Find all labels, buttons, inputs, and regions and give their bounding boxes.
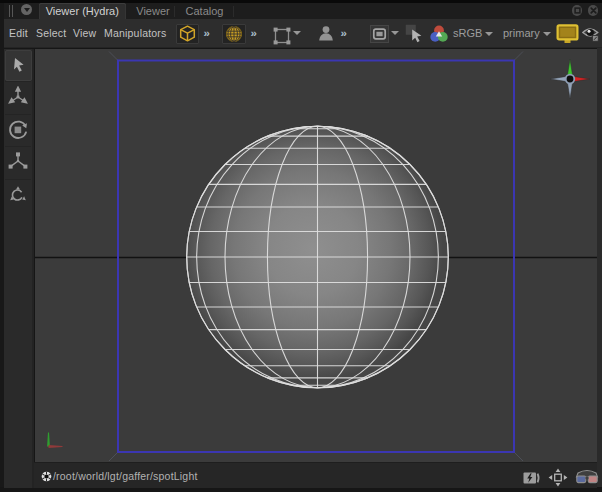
scale-manipulator-icon <box>7 151 29 173</box>
tab-label: Viewer <box>136 5 169 17</box>
expand-chevron[interactable]: » <box>341 28 347 40</box>
pointer-mode-button[interactable] <box>405 24 424 47</box>
cube-icon <box>179 25 196 42</box>
look-through-button[interactable] <box>318 25 334 46</box>
tab-label: Catalog <box>186 5 224 17</box>
pan-arrows-icon[interactable] <box>548 468 568 487</box>
monitor-button[interactable] <box>556 24 579 48</box>
menu-edit[interactable]: Edit <box>9 19 28 47</box>
tab-bar: Viewer (Hydra) Viewer Catalog <box>4 3 602 19</box>
tool-scale-button[interactable] <box>4 147 32 178</box>
status-bar: /root/world/lgt/gaffer/spotLight <box>34 462 597 488</box>
chevron-down-icon[interactable] <box>391 31 399 35</box>
visibility-button[interactable] <box>582 26 599 46</box>
globe-icon <box>225 25 243 43</box>
tab-separator <box>233 6 234 17</box>
flash-camera-icon[interactable] <box>523 472 541 484</box>
cursor-box-icon <box>405 24 424 43</box>
tab-separator <box>174 6 175 17</box>
tab-catalog[interactable]: Catalog <box>177 3 232 19</box>
tab-viewer[interactable]: Viewer <box>130 3 176 19</box>
colorspace-value[interactable]: sRGB <box>453 19 482 48</box>
output-value[interactable]: primary <box>503 19 540 48</box>
chevron-down-icon[interactable] <box>293 31 301 35</box>
menu-view[interactable]: View <box>73 19 96 47</box>
cursor-arrow-icon <box>11 57 26 74</box>
close-button[interactable] <box>588 5 599 16</box>
square-icon <box>370 25 389 43</box>
lights-display-button[interactable] <box>222 24 246 45</box>
pane-drag-handle[interactable] <box>7 5 17 17</box>
chevron-down-icon[interactable] <box>543 32 551 36</box>
viewport-3d[interactable] <box>35 49 597 462</box>
selection-mode-button[interactable] <box>273 27 291 49</box>
rotate-manipulator-icon <box>7 119 29 141</box>
toolbar: Edit Select View Manipulators » <box>4 19 602 48</box>
person-icon <box>318 25 334 42</box>
tool-rotate-button[interactable] <box>4 114 32 145</box>
display-mode-button[interactable] <box>370 25 389 47</box>
frame-right <box>597 48 602 488</box>
menu-manipulators[interactable]: Manipulators <box>104 19 167 47</box>
expand-chevron[interactable]: » <box>204 28 210 40</box>
tool-translate-button[interactable] <box>4 82 32 113</box>
aperture-icon <box>41 471 52 482</box>
maximize-button[interactable] <box>572 5 583 16</box>
eye-icon <box>582 26 599 42</box>
color-channels-button[interactable] <box>430 25 448 47</box>
stereo-glasses-icon[interactable] <box>575 469 599 485</box>
manipulator-rail <box>4 49 34 488</box>
rgb-triangle-icon <box>430 25 448 43</box>
tool-orbit-button[interactable] <box>4 179 32 210</box>
tab-viewer-hydra[interactable]: Viewer (Hydra) <box>39 3 126 19</box>
katana-viewer-pane: Viewer (Hydra) Viewer Catalog Edit Selec… <box>0 0 602 492</box>
menu-select[interactable]: Select <box>36 19 66 47</box>
tab-label: Viewer (Hydra) <box>46 5 119 17</box>
chevron-down-icon <box>24 8 30 12</box>
monitor-icon <box>556 24 579 44</box>
translate-manipulator-icon <box>7 86 29 108</box>
scene-canvas <box>35 49 597 462</box>
close-icon <box>588 5 599 16</box>
pane-menu-button[interactable] <box>21 4 32 15</box>
tool-select-button[interactable] <box>5 50 32 81</box>
marquee-icon <box>273 27 291 45</box>
geometry-display-button[interactable] <box>176 24 199 45</box>
chevron-down-icon[interactable] <box>485 32 493 36</box>
orbit-manipulator-icon <box>8 185 28 205</box>
scene-location-path[interactable]: /root/world/lgt/gaffer/spotLight <box>53 463 198 489</box>
maximize-icon <box>572 5 583 16</box>
expand-chevron[interactable]: » <box>251 28 257 40</box>
